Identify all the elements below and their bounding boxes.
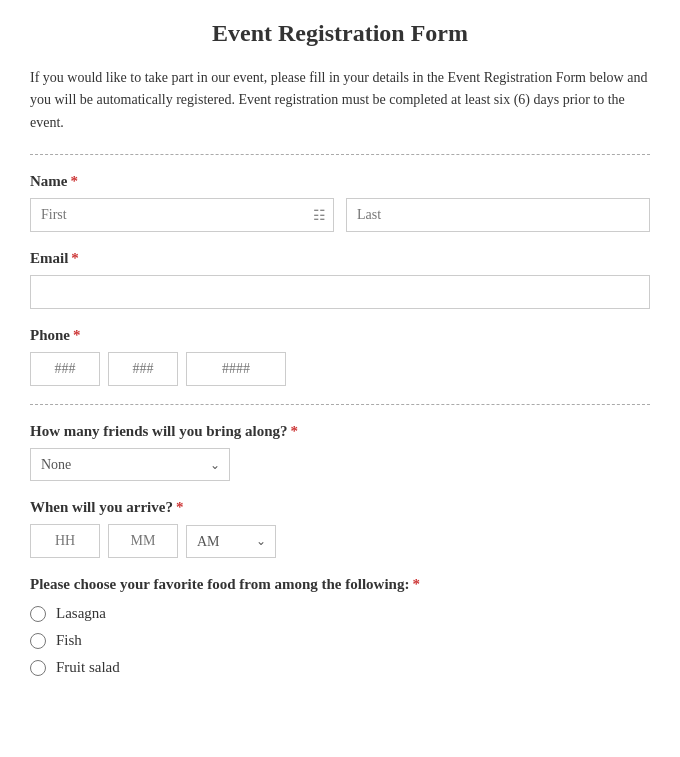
food-radio-fish[interactable] — [30, 633, 46, 649]
email-input[interactable] — [30, 275, 650, 309]
last-name-input[interactable] — [346, 198, 650, 232]
time-hh-input[interactable] — [30, 524, 100, 558]
required-star-phone: * — [73, 327, 81, 343]
phone-part2-wrapper — [108, 352, 178, 386]
phone-row — [30, 352, 650, 386]
friends-select-wrapper: None 1 2 3 4 5+ ⌄ — [30, 448, 230, 481]
required-star-name: * — [71, 173, 79, 189]
name-section: Name* ☷ — [30, 173, 650, 232]
page-title: Event Registration Form — [30, 20, 650, 47]
email-section: Email* — [30, 250, 650, 309]
required-star-food: * — [412, 576, 420, 592]
friends-label: How many friends will you bring along?* — [30, 423, 650, 440]
divider-2 — [30, 404, 650, 405]
food-radio-lasagna[interactable] — [30, 606, 46, 622]
food-radio-group: Lasagna Fish Fruit salad — [30, 605, 650, 676]
first-name-input[interactable] — [30, 198, 334, 232]
phone-part1-wrapper — [30, 352, 100, 386]
required-star-arrival: * — [176, 499, 184, 515]
food-label: Please choose your favorite food from am… — [30, 576, 650, 593]
phone-label: Phone* — [30, 327, 650, 344]
food-label-fish: Fish — [56, 632, 82, 649]
phone-area-input[interactable] — [30, 352, 100, 386]
required-star-friends: * — [291, 423, 299, 439]
arrival-section: When will you arrive?* AM PM ⌄ — [30, 499, 650, 558]
friends-select[interactable]: None 1 2 3 4 5+ — [30, 448, 230, 481]
food-section: Please choose your favorite food from am… — [30, 576, 650, 676]
name-last-wrapper — [346, 198, 650, 232]
phone-number-input[interactable] — [186, 352, 286, 386]
time-row: AM PM ⌄ — [30, 524, 650, 558]
food-option-fruit-salad[interactable]: Fruit salad — [30, 659, 650, 676]
phone-prefix-input[interactable] — [108, 352, 178, 386]
arrival-label: When will you arrive?* — [30, 499, 650, 516]
phone-part3-wrapper — [186, 352, 286, 386]
time-hh-wrapper — [30, 524, 100, 558]
phone-section: Phone* — [30, 327, 650, 386]
name-first-wrapper: ☷ — [30, 198, 334, 232]
food-radio-fruit-salad[interactable] — [30, 660, 46, 676]
food-option-lasagna[interactable]: Lasagna — [30, 605, 650, 622]
time-mm-wrapper — [108, 524, 178, 558]
time-ampm-select[interactable]: AM PM — [186, 525, 276, 558]
page-description: If you would like to take part in our ev… — [30, 67, 650, 134]
name-label: Name* — [30, 173, 650, 190]
time-ampm-wrapper: AM PM ⌄ — [186, 525, 276, 558]
email-label: Email* — [30, 250, 650, 267]
name-row: ☷ — [30, 198, 650, 232]
food-option-fish[interactable]: Fish — [30, 632, 650, 649]
friends-section: How many friends will you bring along?* … — [30, 423, 650, 481]
time-mm-input[interactable] — [108, 524, 178, 558]
food-label-lasagna: Lasagna — [56, 605, 106, 622]
food-label-fruit-salad: Fruit salad — [56, 659, 120, 676]
divider-1 — [30, 154, 650, 155]
required-star-email: * — [71, 250, 79, 266]
